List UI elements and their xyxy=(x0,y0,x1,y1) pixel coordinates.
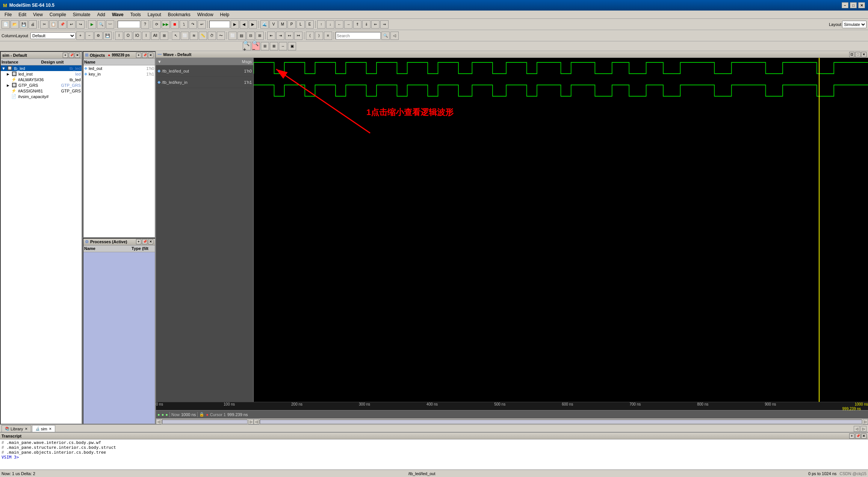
tab-library[interactable]: 📚 Library ✕ xyxy=(2,425,31,432)
tb-step-over-btn[interactable]: ↷ xyxy=(189,20,197,29)
wave-panel-undock-btn[interactable]: ⊡ xyxy=(849,52,854,57)
wave-scroll-row[interactable]: ◁ ▷ ◁ ▷ xyxy=(156,418,868,424)
sim-item-always36[interactable]: ⚡ #ALWAYS#36 tb_led xyxy=(1,77,82,82)
tb-timeline-btn[interactable]: ⏱ xyxy=(208,32,216,40)
zoom-cursor-btn[interactable]: ↔ xyxy=(279,42,287,50)
processes-panel-pin-btn[interactable]: 📌 xyxy=(142,239,147,244)
tb-up-btn[interactable]: ↑ xyxy=(317,20,325,29)
tb-open-btn[interactable]: 📂 xyxy=(11,20,19,29)
waveform-area[interactable]: 1点击缩小查看逻辑波形 xyxy=(254,58,868,402)
tb-find-btn[interactable]: 🔍 xyxy=(97,20,105,29)
objects-panel-pin-btn[interactable]: 📌 xyxy=(142,53,147,58)
tb-nav1-btn[interactable]: ⇑ xyxy=(353,20,361,29)
processes-panel-add-btn[interactable]: + xyxy=(136,239,141,244)
wave-scrollbar[interactable] xyxy=(260,419,862,424)
tb-sig-opt-btn[interactable]: ⊞ xyxy=(160,32,168,40)
tab-library-close[interactable]: ✕ xyxy=(25,427,28,431)
objects-item-keyin[interactable]: ◆ key_in 1'h1 xyxy=(83,71,155,77)
tb-sig-io-btn[interactable]: IO xyxy=(133,32,141,40)
maximize-button[interactable]: □ xyxy=(850,2,857,8)
tb-config-col-btn[interactable]: ⚙ xyxy=(94,32,103,40)
tb-sig-int-btn[interactable]: I xyxy=(115,32,123,40)
tb-proc-btn[interactable]: P xyxy=(287,20,296,29)
scroll-right-btn[interactable]: ▷ xyxy=(248,419,254,424)
tb-redo-btn[interactable]: ↪ xyxy=(76,20,85,29)
zoom-out-btn[interactable]: 🔍− xyxy=(252,42,260,50)
tb-add-col-btn[interactable]: + xyxy=(76,32,85,40)
signal-scrollbar[interactable] xyxy=(162,419,248,424)
tb-fwd-btn[interactable]: ▶ xyxy=(249,20,257,29)
tb-expand-btn[interactable]: ⊞ xyxy=(256,32,264,40)
tb-nav3-btn[interactable]: ⇐ xyxy=(371,20,380,29)
tb-align2-btn[interactable]: ▤ xyxy=(237,32,246,40)
sim-panel-close-btn[interactable]: ✕ xyxy=(75,53,80,58)
menu-file[interactable]: File xyxy=(2,11,15,18)
zoom-select-btn[interactable]: ▣ xyxy=(288,42,296,50)
tb-find-opt-btn[interactable]: ≡ xyxy=(324,32,332,40)
menu-simulate[interactable]: Simulate xyxy=(70,11,94,18)
help-input[interactable]: Help xyxy=(118,21,140,28)
menu-view[interactable]: View xyxy=(30,11,46,18)
minimize-button[interactable]: − xyxy=(842,2,848,8)
tb-help-btn[interactable]: ? xyxy=(141,20,149,29)
wave-scroll-left-btn[interactable]: ◁ xyxy=(254,419,259,424)
layout-select[interactable]: Simulate Debug xyxy=(842,21,866,28)
tb-back-btn[interactable]: ◀ xyxy=(240,20,248,29)
sim-item-ledinst[interactable]: ► 🔲 led_inst led xyxy=(1,71,82,77)
tb-cursor-select-btn[interactable]: ↖ xyxy=(172,32,180,40)
objects-item-ledout[interactable]: ◆ led_out 1'h0 xyxy=(83,65,155,71)
menu-window[interactable]: Window xyxy=(194,11,216,18)
tb-sig-all-btn[interactable]: All xyxy=(151,32,159,40)
wave-panel-max-btn[interactable]: □ xyxy=(855,52,860,57)
tb-del-col-btn[interactable]: − xyxy=(85,32,94,40)
tb-prev-edge-btn[interactable]: ⇤ xyxy=(267,32,275,40)
wave-panel-close-btn[interactable]: ✕ xyxy=(861,52,866,57)
transcript-pin-btn[interactable]: 📌 xyxy=(855,433,860,439)
tb-new-btn[interactable]: 📄 xyxy=(2,20,10,29)
tb-run-btn[interactable]: ▶ xyxy=(88,20,96,29)
tb-paste-btn[interactable]: 📌 xyxy=(58,20,67,29)
column-layout-select[interactable]: Default xyxy=(30,32,76,39)
tab-nav-right[interactable]: ▷ xyxy=(860,426,866,432)
zoom-full-btn[interactable]: ⊞ xyxy=(261,42,269,50)
zoom-in-btn[interactable]: 🔍+ xyxy=(243,42,251,50)
transcript-close-btn[interactable]: ✕ xyxy=(861,433,866,439)
tb-var-btn[interactable]: V xyxy=(269,20,278,29)
tb-mem-btn[interactable]: M xyxy=(278,20,287,29)
menu-help[interactable]: Help xyxy=(217,11,233,18)
sim-item-gtpgrs[interactable]: ► 🔲 GTP_GRS GTP_GRS xyxy=(1,82,82,88)
menu-tools[interactable]: Tools xyxy=(127,11,144,18)
close-button[interactable]: ✕ xyxy=(858,2,865,8)
tb-align-btn[interactable]: ⬜ xyxy=(228,32,237,40)
tb-wave-btn[interactable]: 🌊 xyxy=(260,20,269,29)
tb-copy-btn[interactable]: 📋 xyxy=(49,20,57,29)
tb-meas-btn[interactable]: 📏 xyxy=(199,32,207,40)
tb-env-btn[interactable]: E xyxy=(305,20,314,29)
signal-row-keyin[interactable]: ◆ /tb_led/key_in 1'h1 xyxy=(156,77,253,88)
menu-add[interactable]: Add xyxy=(94,11,108,18)
tb-nav2-btn[interactable]: ⇓ xyxy=(362,20,370,29)
tb-search-prev-btn[interactable]: ◁ xyxy=(390,32,399,40)
tb-continue-btn[interactable]: ↩ xyxy=(198,20,206,29)
objects-panel-close-btn[interactable]: ✕ xyxy=(148,53,153,58)
menu-layout[interactable]: Layout xyxy=(145,11,164,18)
tb-collapse-btn[interactable]: ⊟ xyxy=(246,32,255,40)
tb-sig-out-btn[interactable]: O xyxy=(124,32,132,40)
transcript-expand-btn[interactable]: + xyxy=(849,433,854,439)
tb-right-btn[interactable]: → xyxy=(344,20,352,29)
tb-save-col-btn[interactable]: 💾 xyxy=(103,32,112,40)
menu-edit[interactable]: Edit xyxy=(15,11,29,18)
tb-nav4-btn[interactable]: ⇒ xyxy=(380,20,389,29)
processes-panel-close-btn[interactable]: ✕ xyxy=(148,239,153,244)
wave-scroll-right-btn[interactable]: ▷ xyxy=(863,419,868,424)
tab-sim-close[interactable]: ✕ xyxy=(49,427,52,431)
sim-item-vsimcap[interactable]: 📄 #vsim_capacity# xyxy=(1,94,82,99)
tb-left-btn[interactable]: ← xyxy=(335,20,343,29)
tb-sig-int2-btn[interactable]: I xyxy=(142,32,150,40)
tb-log-btn[interactable]: L xyxy=(296,20,305,29)
time-input[interactable]: 100 ps xyxy=(209,21,230,28)
tb-find-next-btn[interactable]: ⟩ xyxy=(315,32,323,40)
tb-restart-btn[interactable]: ⟳ xyxy=(153,20,161,29)
tab-nav-left[interactable]: ◁ xyxy=(854,426,860,432)
tb-down-btn[interactable]: ↓ xyxy=(326,20,334,29)
